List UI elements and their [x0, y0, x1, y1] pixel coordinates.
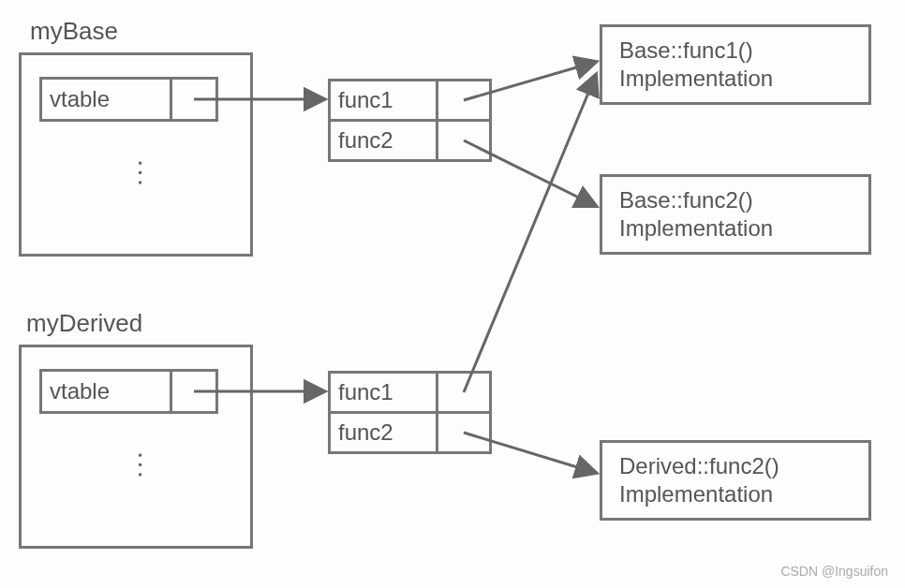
base-vtable-func1-ptr [436, 79, 492, 122]
base-func1-impl-box: Base::func1() Implementation [600, 24, 871, 105]
base-func2-impl-line2: Implementation [619, 214, 852, 243]
derived-vtable-func1-label: func1 [328, 371, 438, 414]
label-myderived: myDerived [26, 309, 142, 338]
base-vtable-func2-label: func2 [328, 119, 438, 162]
mybase-ellipsis: ··· [126, 159, 158, 188]
mybase-vtable-ptr [170, 77, 218, 122]
derived-func2-impl-line1: Derived::func2() [619, 452, 852, 480]
myderived-ellipsis: ··· [126, 451, 158, 480]
derived-vtable-func2-label: func2 [328, 411, 438, 454]
derived-vtable-func1-ptr [436, 371, 492, 414]
derived-func2-impl-line2: Implementation [619, 480, 852, 508]
base-func1-impl-line1: Base::func1() [619, 37, 852, 65]
label-mybase: myBase [30, 17, 118, 46]
base-func1-impl-line2: Implementation [619, 65, 852, 93]
watermark: CSDN @Ingsuifon [780, 564, 888, 579]
base-func2-impl-line1: Base::func2() [619, 186, 852, 214]
base-vtable-func2-ptr [436, 119, 492, 162]
derived-func2-impl-box: Derived::func2() Implementation [600, 440, 871, 521]
mybase-vtable-cell: vtable [39, 77, 172, 122]
myderived-vtable-cell: vtable [39, 369, 172, 414]
derived-vtable-func2-ptr [436, 411, 492, 454]
base-vtable-func1-label: func1 [328, 79, 438, 122]
myderived-vtable-ptr [170, 369, 218, 414]
base-func2-impl-box: Base::func2() Implementation [600, 174, 871, 255]
